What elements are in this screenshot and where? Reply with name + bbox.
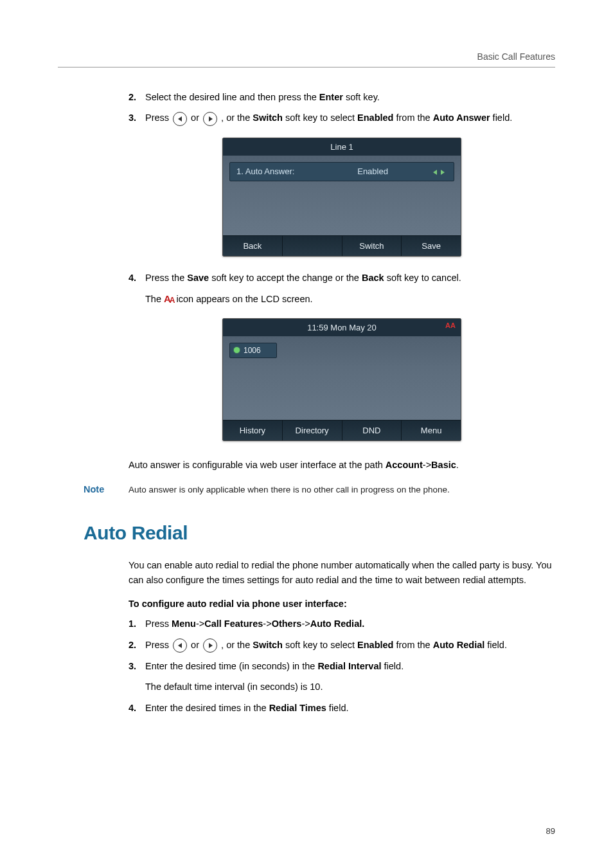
field-value: Enabled [324, 167, 422, 176]
svg-marker-1 [441, 170, 445, 175]
softkey-menu: Menu [402, 420, 461, 440]
step-body: Select the desired line and then press t… [145, 90, 555, 104]
auto-answer-icon: AA [164, 291, 174, 306]
line-status-dot-icon [234, 347, 240, 353]
step-number: 4. [129, 271, 145, 307]
step-b1: 1. Press Menu->Call Features->Others->Au… [129, 617, 555, 631]
lcd-topbar: 11:59 Mon May 20 AA [223, 319, 461, 336]
page-header: Basic Call Features [477, 51, 555, 62]
right-arrow-key-icon [203, 112, 217, 126]
step-number: 2. [129, 90, 145, 104]
note-block: Note Auto answer is only applicable when… [84, 484, 555, 496]
softkey-switch: Switch [342, 235, 402, 256]
configure-subhead: To configure auto redial via phone user … [129, 599, 555, 609]
step-body: Press the Save soft key to accept the ch… [145, 271, 555, 307]
note-label: Note [84, 484, 129, 494]
header-rule [58, 67, 555, 68]
softkey-dnd: DND [342, 420, 402, 440]
line-extension: 1006 [244, 346, 261, 355]
auto-redial-intro: You can enable auto redial to redial the… [129, 558, 555, 587]
field-label: 1. Auto Answer: [230, 167, 324, 176]
step-number: 3. [129, 659, 145, 694]
softkey-save: Save [402, 235, 461, 256]
lcd-softkeys: Back . Switch Save [223, 235, 461, 256]
step-4-list: 4. Press the Save soft key to accept the… [129, 271, 555, 307]
softkey-directory: Directory [283, 420, 342, 440]
web-path-paragraph: Auto answer is configurable via web user… [129, 458, 555, 472]
step-body: Press or , or the Switch soft key to sel… [145, 638, 555, 653]
lcd-softkeys: History Directory DND Menu [223, 420, 461, 440]
field-arrows-icon [422, 167, 454, 176]
step-body: Press or , or the Switch soft key to sel… [145, 111, 555, 125]
left-arrow-key-icon [173, 112, 187, 126]
right-arrow-key-icon [203, 638, 217, 653]
step-b2: 2. Press or , or the Switch soft key to … [129, 638, 555, 653]
line-key: 1006 [229, 343, 277, 358]
step-b3: 3. Enter the desired time (in seconds) i… [129, 659, 555, 694]
step-number: 4. [129, 701, 145, 715]
step-body: Enter the desired time (in seconds) in t… [145, 659, 555, 694]
svg-marker-0 [433, 170, 437, 175]
softkey-blank: . [283, 235, 342, 256]
note-text: Auto answer is only applicable when ther… [129, 484, 450, 496]
lcd-screenshot-line1: Line 1 1. Auto Answer: Enabled Back . Sw… [222, 138, 461, 257]
lcd-screenshot-idle: 11:59 Mon May 20 AA 1006 History Directo… [222, 318, 461, 441]
step-number: 2. [129, 638, 145, 653]
lcd-title: Line 1 [223, 138, 461, 156]
page-number: 89 [546, 826, 555, 836]
step-b3-sub: The default time interval (in seconds) i… [145, 680, 555, 694]
step-3: 3. Press or , or the Switch soft key to … [129, 111, 555, 125]
step-number: 1. [129, 617, 145, 631]
step-b4: 4. Enter the desired times in the Redial… [129, 701, 555, 715]
step-body: Press Menu->Call Features->Others->Auto … [145, 617, 555, 631]
softkey-back: Back [223, 235, 283, 256]
left-arrow-key-icon [173, 638, 187, 653]
step-4: 4. Press the Save soft key to accept the… [129, 271, 555, 307]
lcd-time: 11:59 Mon May 20 [307, 323, 377, 332]
step-number: 3. [129, 111, 145, 125]
auto-answer-field: 1. Auto Answer: Enabled [229, 162, 454, 181]
step-2: 2. Select the desired line and then pres… [129, 90, 555, 104]
steps-auto-answer-continued: 2. Select the desired line and then pres… [129, 90, 555, 126]
steps-auto-redial: 1. Press Menu->Call Features->Others->Au… [129, 617, 555, 715]
softkey-history: History [223, 420, 283, 440]
section-heading-auto-redial: Auto Redial [84, 522, 555, 544]
auto-answer-indicator-icon: AA [445, 321, 456, 329]
step-body: Enter the desired times in the Redial Ti… [145, 701, 555, 715]
